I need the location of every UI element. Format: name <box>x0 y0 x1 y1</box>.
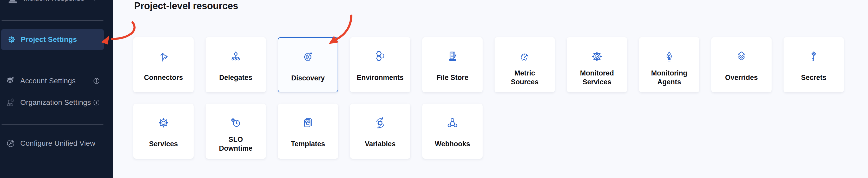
resource-card-secrets[interactable]: Secrets <box>783 37 844 92</box>
organization-settings-icon <box>6 97 16 108</box>
project-settings-icon <box>7 35 16 44</box>
connectors-icon <box>157 50 170 63</box>
app: Incident Response Project Settings <box>0 0 868 178</box>
resource-card-slo-downtime[interactable]: SLO Downtime <box>206 103 266 159</box>
resource-card-label: Delegates <box>208 73 264 82</box>
sidebar: Incident Response Project Settings <box>0 0 113 178</box>
resource-card-label: Metric Sources <box>497 69 553 87</box>
sidebar-item-configure-unified-view[interactable]: Configure Unified View <box>1 136 104 151</box>
resource-card-monitoring-agents[interactable]: Monitoring Agents <box>639 37 699 92</box>
monitoring-agents-icon <box>663 50 675 63</box>
resource-card-monitored-services[interactable]: Monitored Services <box>567 37 627 92</box>
resource-card-variables[interactable]: Variables <box>350 103 410 159</box>
incident-response-icon <box>7 0 19 4</box>
sidebar-divider <box>2 64 103 64</box>
sidebar-item-label: Configure Unified View <box>20 139 95 148</box>
info-icon[interactable] <box>93 99 100 106</box>
sidebar-item-label: Project Settings <box>21 35 77 44</box>
resource-card-overrides[interactable]: Overrides <box>711 37 772 92</box>
configure-unified-view-icon <box>6 139 16 148</box>
sidebar-item-project-settings[interactable]: Project Settings <box>1 29 104 50</box>
info-icon[interactable] <box>93 78 100 84</box>
content-divider <box>134 25 849 25</box>
sidebar-item-organization-settings[interactable]: Organization Settings <box>1 95 104 110</box>
resource-card-label: File Store <box>424 73 480 82</box>
resource-card-metric-sources[interactable]: Metric Sources <box>495 37 555 92</box>
sidebar-item-label: Incident Response <box>23 0 85 3</box>
services-icon <box>157 117 170 129</box>
sidebar-item-incident-response[interactable]: Incident Response <box>1 0 104 6</box>
sidebar-item-account-settings[interactable]: Account Settings <box>1 73 104 89</box>
environments-icon <box>374 50 386 63</box>
account-settings-icon <box>6 76 16 86</box>
resource-card-discovery[interactable]: Discovery <box>278 37 338 92</box>
resource-card-label: Variables <box>352 140 408 149</box>
secrets-icon <box>807 50 820 63</box>
resource-card-label: Templates <box>280 140 336 149</box>
metric-sources-icon <box>519 50 531 63</box>
templates-icon <box>302 117 314 129</box>
page-title: Project-level resources <box>134 1 238 11</box>
sidebar-divider <box>2 124 103 125</box>
delegates-icon <box>229 50 242 63</box>
resource-grid: Connectors Delegates Discovery Environme… <box>133 37 844 159</box>
resource-card-connectors[interactable]: Connectors <box>133 37 194 92</box>
file-store-icon <box>446 50 459 63</box>
resource-card-label: Services <box>135 140 191 149</box>
variables-icon <box>374 117 386 129</box>
resource-card-webhooks[interactable]: Webhooks <box>422 103 483 159</box>
chevron-right-icon <box>92 0 99 2</box>
resource-card-services[interactable]: Services <box>133 103 194 159</box>
resource-card-label: Webhooks <box>424 140 480 149</box>
sidebar-item-label: Account Settings <box>20 77 75 85</box>
resource-card-label: Secrets <box>786 73 842 82</box>
resource-card-label: SLO Downtime <box>208 135 264 153</box>
slo-downtime-icon <box>229 117 242 129</box>
resource-card-environments[interactable]: Environments <box>350 37 410 92</box>
discovery-icon <box>302 51 314 63</box>
resource-card-label: Monitored Services <box>569 69 625 87</box>
overrides-icon <box>735 50 748 63</box>
webhooks-icon <box>446 117 459 129</box>
resource-card-delegates[interactable]: Delegates <box>206 37 266 92</box>
monitored-services-icon <box>591 50 603 63</box>
resource-card-templates[interactable]: Templates <box>278 103 338 159</box>
sidebar-item-label: Organization Settings <box>20 98 91 107</box>
main-content: Project-level resources Connectors Deleg… <box>113 0 868 178</box>
resource-card-label: Monitoring Agents <box>641 69 697 87</box>
resource-card-label: Discovery <box>280 74 336 83</box>
resource-card-label: Overrides <box>713 73 770 82</box>
sidebar-divider <box>2 20 103 21</box>
resource-card-label: Environments <box>352 73 408 82</box>
resource-card-file-store[interactable]: File Store <box>422 37 483 92</box>
resource-card-label: Connectors <box>135 73 191 82</box>
